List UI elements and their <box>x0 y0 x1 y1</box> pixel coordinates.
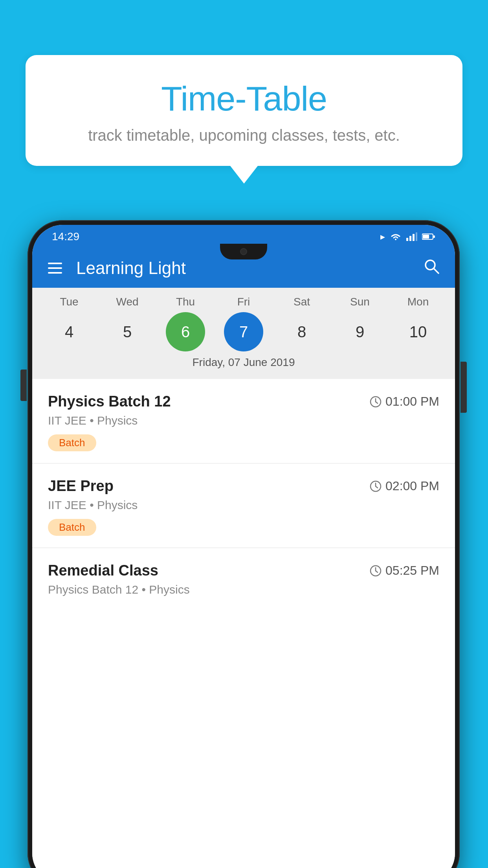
wifi-icon: ▸ <box>380 231 385 242</box>
schedule-item-title-3: Remedial Class <box>48 562 158 579</box>
day-header-sun: Sun <box>334 296 385 308</box>
schedule-item-physics-batch[interactable]: Physics Batch 12 01:00 PM IIT JEE • Phys… <box>32 379 455 463</box>
day-header-fri: Fri <box>218 296 269 308</box>
schedule-item-subtitle-3: Physics Batch 12 • Physics <box>48 583 439 596</box>
app-title: Learning Light <box>76 258 424 278</box>
day-header-thu: Thu <box>160 296 211 308</box>
day-header-wed: Wed <box>102 296 153 308</box>
search-icon[interactable] <box>424 258 439 278</box>
day-headers: Tue Wed Thu Fri Sat Sun Mon <box>32 296 455 308</box>
speech-bubble-card: Time-Table track timetable, upcoming cla… <box>26 55 462 166</box>
schedule-item-header-3: Remedial Class 05:25 PM <box>48 562 439 579</box>
schedule-item-header-1: Physics Batch 12 01:00 PM <box>48 393 439 410</box>
schedule-item-jee-prep[interactable]: JEE Prep 02:00 PM IIT JEE • Physics Batc… <box>32 463 455 548</box>
day-6-today[interactable]: 6 <box>166 312 205 351</box>
clock-icon-2 <box>370 480 382 492</box>
day-5[interactable]: 5 <box>108 312 147 351</box>
schedule-item-time-1: 01:00 PM <box>370 394 439 409</box>
svg-line-8 <box>434 268 438 273</box>
day-7-selected[interactable]: 7 <box>224 312 263 351</box>
phone-screen: 14:29 ▸ <box>32 225 455 868</box>
day-10[interactable]: 10 <box>398 312 438 351</box>
day-4[interactable]: 4 <box>50 312 89 351</box>
svg-rect-3 <box>416 232 417 241</box>
camera-dot <box>240 248 247 255</box>
day-8[interactable]: 8 <box>282 312 321 351</box>
svg-rect-0 <box>406 238 408 241</box>
speech-bubble-arrow <box>230 166 258 184</box>
calendar-strip: Tue Wed Thu Fri Sat Sun Mon 4 5 6 7 8 9 … <box>32 288 455 379</box>
schedule-item-header-2: JEE Prep 02:00 PM <box>48 478 439 495</box>
signal-icon <box>406 232 417 241</box>
svg-rect-5 <box>423 235 429 239</box>
schedule-item-title-2: JEE Prep <box>48 478 114 495</box>
speech-bubble-section: Time-Table track timetable, upcoming cla… <box>26 55 462 184</box>
svg-rect-6 <box>433 235 435 238</box>
svg-rect-1 <box>409 236 411 241</box>
schedule-item-subtitle-1: IIT JEE • Physics <box>48 414 439 427</box>
status-icons: ▸ <box>380 231 435 242</box>
schedule-item-remedial[interactable]: Remedial Class 05:25 PM Physics Batch 12… <box>32 548 455 615</box>
day-header-sat: Sat <box>276 296 327 308</box>
day-numbers: 4 5 6 7 8 9 10 <box>32 312 455 351</box>
schedule-item-title-1: Physics Batch 12 <box>48 393 171 410</box>
battery-icon <box>422 233 435 240</box>
phone-frame: 14:29 ▸ <box>28 220 460 868</box>
schedule-item-time-2: 02:00 PM <box>370 479 439 493</box>
batch-badge-1: Batch <box>48 434 96 451</box>
schedule-item-time-3: 05:25 PM <box>370 563 439 578</box>
clock-icon <box>370 396 382 408</box>
day-header-tue: Tue <box>44 296 95 308</box>
clock-icon-3 <box>370 565 382 577</box>
selected-date-label: Friday, 07 June 2019 <box>32 351 455 375</box>
status-time: 14:29 <box>52 230 79 243</box>
speech-bubble-title: Time-Table <box>57 79 431 119</box>
svg-line-17 <box>376 571 378 572</box>
menu-icon[interactable] <box>48 263 62 274</box>
schedule-item-subtitle-2: IIT JEE • Physics <box>48 498 439 512</box>
phone-notch <box>220 244 267 259</box>
batch-badge-2: Batch <box>48 519 96 536</box>
speech-bubble-subtitle: track timetable, upcoming classes, tests… <box>57 127 431 144</box>
svg-rect-2 <box>413 234 415 241</box>
svg-line-14 <box>376 486 378 488</box>
day-header-mon: Mon <box>393 296 444 308</box>
schedule-list: Physics Batch 12 01:00 PM IIT JEE • Phys… <box>32 379 455 868</box>
day-9[interactable]: 9 <box>340 312 380 351</box>
wifi-icon <box>390 232 402 241</box>
svg-line-11 <box>376 402 378 403</box>
